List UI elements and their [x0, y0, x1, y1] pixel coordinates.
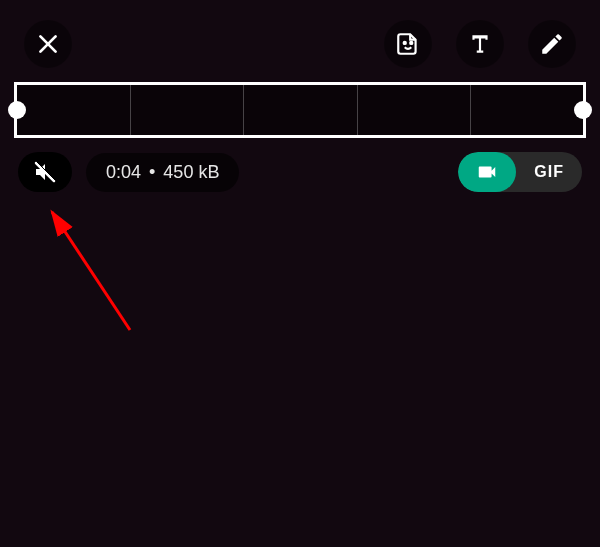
- close-icon: [35, 31, 61, 57]
- svg-point-3: [410, 42, 412, 44]
- info-row: 0:04 • 450 kB GIF: [0, 138, 600, 192]
- video-info-pill: 0:04 • 450 kB: [86, 153, 239, 192]
- toolbar-right: [384, 20, 576, 68]
- trimmer-tick: [243, 85, 244, 135]
- info-separator: •: [149, 162, 155, 183]
- trim-handle-end[interactable]: [574, 101, 592, 119]
- toggle-option-gif[interactable]: GIF: [516, 152, 582, 192]
- filesize-label: 450 kB: [163, 162, 219, 183]
- top-toolbar: [0, 0, 600, 70]
- trim-handle-start[interactable]: [8, 101, 26, 119]
- text-icon: [467, 31, 493, 57]
- svg-line-6: [52, 212, 130, 330]
- draw-button[interactable]: [528, 20, 576, 68]
- trimmer-tick: [470, 85, 471, 135]
- sticker-icon: [395, 31, 421, 57]
- pencil-icon: [539, 31, 565, 57]
- speaker-muted-icon: [33, 160, 57, 184]
- sticker-button[interactable]: [384, 20, 432, 68]
- close-button[interactable]: [24, 20, 72, 68]
- gif-label: GIF: [534, 163, 564, 181]
- annotation-arrow: [40, 200, 160, 340]
- toolbar-left: [24, 20, 72, 68]
- video-camera-icon: [476, 161, 498, 183]
- trimmer-tick: [130, 85, 131, 135]
- duration-label: 0:04: [106, 162, 141, 183]
- text-button[interactable]: [456, 20, 504, 68]
- trimmer-tick: [357, 85, 358, 135]
- video-trimmer-row: [0, 70, 600, 138]
- svg-point-2: [404, 42, 406, 44]
- mute-button[interactable]: [18, 152, 72, 192]
- toggle-option-video[interactable]: [458, 152, 516, 192]
- video-trimmer[interactable]: [14, 82, 586, 138]
- video-gif-toggle: GIF: [458, 152, 582, 192]
